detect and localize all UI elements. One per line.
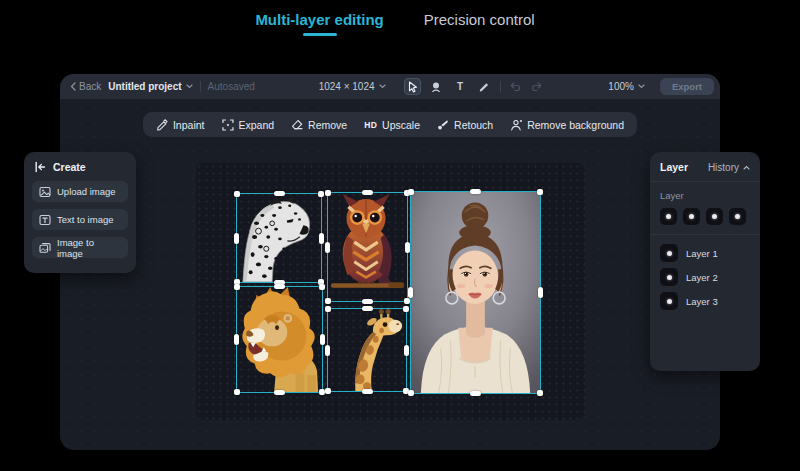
selection-handle-bm[interactable]: [362, 389, 373, 394]
layer-thumbnail-3[interactable]: [706, 208, 723, 225]
tab-multi-layer-editing[interactable]: Multi-layer editing: [255, 11, 383, 36]
shape-tool-button[interactable]: [428, 78, 445, 95]
selection-handle-bl[interactable]: [408, 390, 414, 396]
selection-handle-bm[interactable]: [362, 299, 373, 304]
selection-handle-mr[interactable]: [319, 233, 324, 244]
layer-list-item-2[interactable]: Layer 2: [660, 268, 750, 286]
selection-handle-ml[interactable]: [234, 233, 239, 244]
retouch-label: Retouch: [454, 119, 493, 131]
selection-handle-tm[interactable]: [362, 190, 373, 195]
canvas-artboard[interactable]: [196, 163, 585, 420]
selection-handle-tl[interactable]: [234, 284, 240, 290]
selection-handle-bl[interactable]: [325, 388, 331, 394]
layer-item-thumbnail: [660, 244, 678, 262]
selection-handle-ml[interactable]: [234, 334, 239, 345]
inpaint-label: Inpaint: [173, 119, 205, 131]
selection-handle-mr[interactable]: [404, 345, 409, 356]
lion-illustration-image: [237, 287, 322, 392]
layer-thumbnail-4[interactable]: [729, 208, 746, 225]
selection-handle-br[interactable]: [404, 298, 410, 304]
layer-item-label: Layer 3: [686, 296, 718, 307]
image-to-image-button[interactable]: Image to image: [32, 237, 128, 258]
undo-icon: [509, 81, 521, 92]
selection-handle-ml[interactable]: [325, 345, 330, 356]
layer-list-item-1[interactable]: Layer 1: [660, 244, 750, 262]
layer-list-item-3[interactable]: Layer 3: [660, 292, 750, 310]
selection-handle-mr[interactable]: [405, 242, 410, 253]
selection-handle-ml[interactable]: [325, 242, 330, 253]
pen-tool-button[interactable]: [476, 78, 493, 95]
selected-layer-lion[interactable]: [236, 286, 323, 393]
upload-image-icon: [39, 186, 51, 198]
selection-handle-tm[interactable]: [274, 284, 285, 289]
selection-handle-tl[interactable]: [234, 191, 240, 197]
text-tool-button[interactable]: T: [452, 78, 469, 95]
eraser-icon: [291, 119, 303, 131]
active-tab-underline: [303, 33, 337, 36]
zoom-level: 100%: [608, 81, 634, 92]
collapse-panel-icon[interactable]: [34, 161, 46, 173]
layer-thumbnail-1[interactable]: [660, 208, 677, 225]
selection-handle-bl[interactable]: [325, 298, 331, 304]
selection-handle-tm[interactable]: [362, 306, 373, 311]
selected-layer-owl[interactable]: [327, 192, 408, 302]
page: Multi-layer editing Precision control Ba…: [0, 0, 800, 471]
retouch-button[interactable]: Retouch: [437, 119, 493, 131]
undo-button[interactable]: [508, 81, 523, 92]
upscale-button[interactable]: HD Upscale: [364, 119, 420, 131]
layer-panel-title: Layer: [660, 161, 688, 173]
back-button[interactable]: Back: [70, 81, 101, 92]
text-to-image-label: Text to image: [57, 214, 114, 225]
text-tool-icon: T: [457, 81, 463, 92]
redo-button[interactable]: [530, 81, 545, 92]
selected-layer-leopard[interactable]: [236, 193, 322, 283]
tab-precision-control[interactable]: Precision control: [424, 11, 535, 36]
text-to-image-button[interactable]: Text to image: [32, 209, 128, 230]
image-to-image-label: Image to image: [57, 237, 121, 259]
redo-icon: [531, 81, 543, 92]
export-button[interactable]: Export: [660, 78, 714, 95]
selection-handle-tl[interactable]: [325, 190, 331, 196]
selection-handle-tl[interactable]: [408, 189, 414, 195]
zoom-level-selector[interactable]: 100%: [608, 81, 645, 92]
selection-handle-mr[interactable]: [538, 287, 543, 298]
inpaint-button[interactable]: Inpaint: [156, 119, 205, 131]
selection-handle-br[interactable]: [537, 390, 543, 396]
canvas-size: 1024 × 1024: [319, 81, 375, 92]
selection-handle-tr[interactable]: [403, 306, 409, 312]
selected-layer-girl[interactable]: [410, 191, 541, 394]
select-tool-button[interactable]: [404, 78, 421, 95]
layer-thumbnail-2[interactable]: [683, 208, 700, 225]
selection-handle-tm[interactable]: [470, 189, 481, 194]
expand-button[interactable]: Expand: [221, 119, 274, 131]
shape-tool-icon: [430, 81, 442, 93]
canvas-size-selector[interactable]: 1024 × 1024: [319, 81, 386, 92]
chevron-down-icon: [186, 84, 193, 89]
selection-handle-bm[interactable]: [470, 391, 481, 396]
selection-handle-bl[interactable]: [234, 389, 240, 395]
selection-handle-bm[interactable]: [274, 390, 285, 395]
selection-handle-tl[interactable]: [325, 306, 331, 312]
selection-handle-mr[interactable]: [320, 334, 325, 345]
selection-handle-tr[interactable]: [537, 189, 543, 195]
text-to-image-icon: [39, 214, 51, 226]
project-name-menu[interactable]: Untitled project: [108, 81, 192, 92]
pen-icon: [478, 81, 490, 93]
upload-image-button[interactable]: Upload image: [32, 181, 128, 202]
layer-item-thumbnail: [660, 292, 678, 310]
layer-section-title: Layer: [660, 190, 750, 201]
selection-handle-ml[interactable]: [408, 287, 413, 298]
divider: [500, 81, 501, 92]
remove-button[interactable]: Remove: [291, 119, 347, 131]
selection-handle-tr[interactable]: [318, 191, 324, 197]
inpaint-pen-icon: [156, 119, 168, 131]
image-to-image-icon: [39, 242, 51, 254]
selection-handle-tm[interactable]: [274, 191, 285, 196]
layer-item-label: Layer 1: [686, 248, 718, 259]
remove-background-button[interactable]: Remove background: [510, 119, 624, 131]
chevron-up-icon: [743, 165, 750, 170]
history-toggle[interactable]: History: [708, 162, 750, 173]
selected-layer-giraffe[interactable]: [327, 308, 407, 392]
create-panel-title: Create: [53, 161, 86, 173]
selection-handle-tr[interactable]: [319, 284, 325, 290]
